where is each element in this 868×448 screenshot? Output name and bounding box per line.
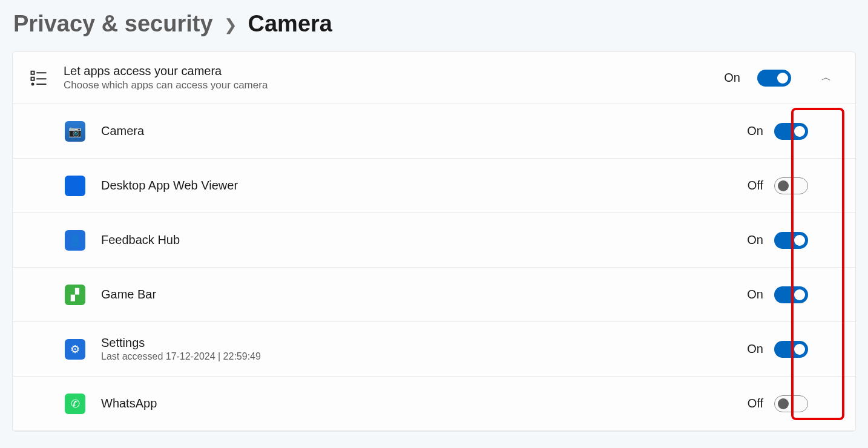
app-toggle[interactable] — [774, 395, 808, 412]
app-toggle[interactable] — [774, 286, 808, 303]
app-icon: ✆ — [65, 394, 85, 414]
app-text: Feedback Hub — [101, 233, 731, 247]
app-row-right: Off — [748, 177, 838, 194]
app-row-right: Off — [748, 395, 838, 412]
app-text: Camera — [101, 124, 731, 138]
app-row: 📷CameraOn — [13, 104, 855, 159]
master-toggle-state-label: On — [724, 71, 740, 85]
app-text: Desktop App Web Viewer — [101, 179, 732, 193]
app-icon: ▞ — [65, 285, 85, 305]
app-toggle-state-label: On — [747, 342, 763, 356]
app-row-right: On — [747, 341, 838, 358]
app-toggle[interactable] — [774, 123, 808, 140]
app-text: WhatsApp — [101, 397, 732, 410]
app-toggle-state-label: On — [747, 124, 763, 138]
master-toggle-subtitle: Choose which apps can access your camera — [64, 79, 708, 91]
chevron-up-icon[interactable]: ︿ — [814, 71, 838, 84]
master-toggle[interactable] — [757, 70, 791, 87]
chevron-right-icon: ❯ — [224, 16, 237, 35]
settings-card: Let apps access your camera Choose which… — [12, 51, 856, 432]
svg-point-2 — [32, 83, 34, 85]
app-name-label: Desktop App Web Viewer — [101, 179, 732, 193]
master-toggle-row: Let apps access your camera Choose which… — [13, 52, 855, 104]
app-sub-label: Last accessed 17-12-2024 | 22:59:49 — [101, 351, 731, 362]
app-row: 👤Feedback HubOn — [13, 213, 855, 268]
app-name-label: WhatsApp — [101, 397, 732, 410]
app-row-right: On — [747, 232, 838, 249]
app-toggle[interactable] — [774, 177, 808, 194]
master-toggle-title: Let apps access your camera — [64, 64, 708, 78]
app-icon — [65, 176, 85, 196]
app-toggle-state-label: On — [747, 288, 763, 301]
app-list: 📷CameraOnDesktop App Web ViewerOff👤Feedb… — [13, 104, 855, 431]
app-row: ⚙SettingsLast accessed 17-12-2024 | 22:5… — [13, 322, 855, 377]
app-name-label: Game Bar — [101, 288, 731, 301]
app-icon: 👤 — [65, 230, 85, 251]
app-row-right: On — [747, 123, 838, 140]
app-toggle-state-label: Off — [748, 179, 763, 193]
app-name-label: Feedback Hub — [101, 233, 731, 247]
app-icon: 📷 — [65, 121, 85, 142]
app-toggle[interactable] — [774, 341, 808, 358]
settings-page: Privacy & security ❯ Camera Let apps acc… — [0, 0, 868, 432]
breadcrumb-current: Camera — [248, 11, 332, 37]
app-text: SettingsLast accessed 17-12-2024 | 22:59… — [101, 336, 731, 362]
breadcrumb-parent[interactable]: Privacy & security — [13, 11, 213, 37]
app-row: Desktop App Web ViewerOff — [13, 159, 855, 213]
app-toggle[interactable] — [774, 232, 808, 249]
master-toggle-text: Let apps access your camera Choose which… — [64, 64, 708, 91]
app-text: Game Bar — [101, 288, 731, 301]
app-toggle-state-label: On — [747, 233, 763, 247]
svg-rect-0 — [31, 71, 35, 74]
svg-rect-1 — [31, 77, 35, 80]
app-icon: ⚙ — [65, 339, 85, 360]
details-list-icon — [30, 69, 48, 87]
app-row: ✆WhatsAppOff — [13, 377, 855, 431]
app-toggle-state-label: Off — [748, 397, 763, 410]
app-row: ▞Game BarOn — [13, 268, 855, 322]
app-row-right: On — [747, 286, 838, 303]
app-name-label: Camera — [101, 124, 731, 138]
breadcrumb: Privacy & security ❯ Camera — [12, 11, 856, 37]
app-name-label: Settings — [101, 336, 731, 350]
